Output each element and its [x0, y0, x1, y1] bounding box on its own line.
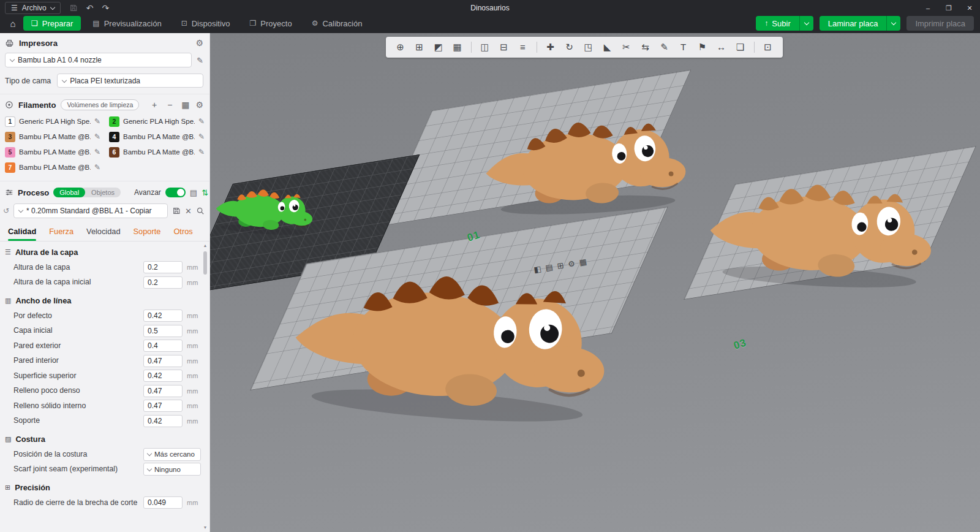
dinosaur-green[interactable] — [212, 169, 323, 239]
param-tab-soporte[interactable]: Soporte — [134, 227, 161, 241]
edit-filament-icon[interactable]: ✎ — [198, 132, 205, 141]
param-tab-fuerza[interactable]: Fuerza — [49, 227, 74, 241]
tab-calibracion[interactable]: ⚙Calibración — [304, 16, 371, 31]
cut-icon[interactable]: ✂ — [619, 40, 634, 55]
add-model-icon[interactable]: ⊕ — [393, 40, 408, 55]
setting-input[interactable] — [143, 415, 183, 427]
edit-filament-icon[interactable]: ✎ — [94, 148, 100, 156]
flush-volumes-button[interactable]: Volúmenes de limpieza — [61, 99, 139, 110]
paint-icon[interactable]: ✎ — [657, 40, 672, 55]
printer-settings-gear-icon[interactable]: ⚙ — [195, 38, 203, 48]
upload-button[interactable]: ↑ Subir — [756, 16, 799, 31]
add-filament-button[interactable]: + — [149, 100, 159, 110]
arrange-plates-icon[interactable]: ⊡ — [761, 40, 775, 55]
close-button[interactable]: ✕ — [959, 2, 980, 15]
edit-printer-icon[interactable]: ✎ — [197, 56, 203, 65]
compare-presets-icon[interactable]: ⇅ — [202, 188, 208, 197]
reset-preset-icon[interactable]: ↺ — [3, 207, 9, 215]
setting-input[interactable] — [143, 385, 183, 397]
text-icon[interactable]: T — [676, 40, 691, 55]
save-preset-icon[interactable] — [172, 207, 181, 215]
lay-on-face-icon[interactable]: ◣ — [600, 40, 615, 55]
assembly-icon[interactable]: ❏ — [733, 40, 748, 55]
scrollbar-track[interactable] — [203, 249, 208, 525]
filament-slot-6[interactable]: 6Bambu PLA Matte @B...✎ — [109, 146, 205, 158]
move-icon[interactable]: ✚ — [543, 40, 558, 55]
bed-type-value: Placa PEI texturizada — [70, 77, 140, 85]
dinosaur-right[interactable] — [701, 140, 954, 296]
rotate-icon[interactable]: ↻ — [562, 40, 577, 55]
split-to-objects-icon[interactable]: ◫ — [478, 40, 492, 55]
redo-icon[interactable]: ↷ — [102, 4, 110, 12]
param-tab-velocidad[interactable]: Velocidad — [86, 227, 121, 241]
scope-global[interactable]: Global — [53, 188, 85, 197]
filament-slot-1[interactable]: 1Generic PLA High Spe...✎ — [5, 115, 100, 127]
param-tab-otros[interactable]: Otros — [173, 227, 192, 241]
file-menu-button[interactable]: ☰ Archivo — [5, 2, 61, 14]
tab-dispositivo[interactable]: ⊡Dispositivo — [173, 16, 238, 31]
setting-select[interactable]: Ninguno — [143, 463, 201, 476]
tab-preparar[interactable]: ❏Preparar — [23, 16, 81, 31]
upload-dropdown-button[interactable] — [799, 16, 813, 31]
edit-filament-icon[interactable]: ✎ — [94, 117, 100, 126]
viewport-3d[interactable]: 0103◧▤⊞⚙▦ ⊕⊞◩▦◫⊟≡✚↻◳◣✂⇆✎T⚑↔❏⊡ — [210, 33, 980, 532]
slice-dropdown-button[interactable] — [886, 16, 900, 31]
setting-input[interactable] — [143, 276, 183, 289]
bed-type-select[interactable]: Placa PEI texturizada — [57, 74, 203, 88]
setting-input[interactable] — [143, 370, 183, 382]
setting-input[interactable] — [143, 400, 183, 412]
filament-slot-4[interactable]: 4Bambu PLA Matte @B...✎ — [109, 131, 205, 143]
add-plate-icon[interactable]: ⊞ — [412, 40, 427, 55]
filament-slot-2[interactable]: 2Generic PLA High Spe...✎ — [109, 115, 205, 127]
setting-input[interactable] — [143, 261, 183, 273]
advanced-toggle[interactable] — [165, 188, 186, 197]
split-to-parts-icon[interactable]: ⊟ — [497, 40, 511, 55]
search-settings-icon[interactable] — [196, 207, 205, 215]
group-icon: ☰ — [5, 248, 11, 256]
edit-filament-icon[interactable]: ✎ — [94, 132, 100, 141]
setting-input[interactable] — [143, 325, 183, 337]
variable-layer-height-icon[interactable]: ≡ — [516, 40, 530, 55]
delete-preset-icon[interactable]: ✕ — [185, 207, 192, 216]
dinosaur-front[interactable] — [282, 211, 638, 435]
parameter-table-icon[interactable]: ▤ — [190, 188, 197, 197]
scroll-down-arrow[interactable]: ▼ — [203, 525, 208, 531]
filament-slot-5[interactable]: 5Bambu PLA Matte @B...✎ — [5, 146, 100, 158]
auto-orient-icon[interactable]: ◩ — [431, 40, 446, 55]
tab-proyecto[interactable]: ❐Proyecto — [242, 16, 300, 31]
settings-scrollbar[interactable]: ▲ ▼ — [202, 243, 208, 531]
save-project-icon[interactable] — [69, 4, 78, 12]
edit-filament-icon[interactable]: ✎ — [198, 117, 205, 126]
process-preset-select[interactable]: * 0.20mm Standard @BBL A1 - Copiar — [13, 203, 168, 218]
slice-plate-button[interactable]: Laminar placa — [820, 16, 887, 31]
seam-icon[interactable]: ⚑ — [695, 40, 710, 55]
setting-input[interactable] — [143, 310, 183, 322]
flush-matrix-icon[interactable]: ▦ — [180, 100, 190, 110]
mirror-icon[interactable]: ⇆ — [638, 40, 653, 55]
setting-input[interactable] — [143, 340, 183, 352]
measure-icon[interactable]: ↔ — [714, 40, 729, 55]
remove-filament-button[interactable]: − — [165, 100, 175, 110]
scrollbar-thumb[interactable] — [203, 251, 207, 275]
edit-filament-icon[interactable]: ✎ — [94, 163, 100, 172]
undo-icon[interactable]: ↶ — [86, 4, 94, 12]
maximize-button[interactable]: ❐ — [938, 2, 959, 15]
scope-objetos[interactable]: Objetos — [85, 188, 121, 197]
setting-row-altura-de-la-capa: Altura de la capamm — [0, 260, 201, 275]
setting-input[interactable] — [143, 355, 183, 367]
edit-filament-icon[interactable]: ✎ — [198, 148, 205, 156]
dinosaur-top[interactable] — [477, 82, 703, 222]
minimize-button[interactable]: – — [918, 2, 938, 14]
home-button[interactable]: ⌂ — [5, 18, 21, 29]
scroll-up-arrow[interactable]: ▲ — [203, 243, 208, 249]
param-tab-calidad[interactable]: Calidad — [8, 227, 36, 241]
scale-icon[interactable]: ◳ — [581, 40, 596, 55]
tab-previsualizacion[interactable]: ▤Previsualización — [85, 16, 169, 31]
printer-select[interactable]: Bambu Lab A1 0.4 nozzle — [5, 53, 192, 67]
setting-select[interactable]: Más cercano — [143, 448, 201, 461]
filament-settings-gear-icon[interactable]: ⚙ — [195, 100, 203, 110]
setting-input[interactable] — [143, 496, 183, 509]
filament-slot-7[interactable]: 7Bambu PLA Matte @B...✎ — [5, 161, 100, 173]
filament-slot-3[interactable]: 3Bambu PLA Matte @B...✎ — [5, 131, 100, 143]
arrange-icon[interactable]: ▦ — [450, 40, 465, 55]
